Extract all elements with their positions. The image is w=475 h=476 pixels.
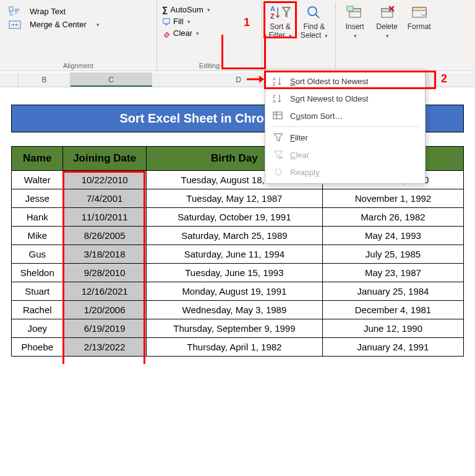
table-row: Phoebe2/13/2022Thursday, April 1, 1982Ja…	[12, 338, 464, 357]
format-icon	[410, 4, 429, 21]
custom-sort-item[interactable]: Custom Sort…	[265, 107, 425, 124]
fill-icon	[162, 17, 171, 26]
cell-birth[interactable]: Saturday, March 25, 1989	[146, 227, 322, 245]
delete-button[interactable]: Delete▾	[372, 2, 403, 71]
cell-name[interactable]: Mike	[12, 227, 63, 245]
find-label-2: Select	[301, 31, 321, 40]
reapply-label: Reapply	[290, 168, 320, 177]
sort-filter-dropdown: 2 AZ SSort Oldest to Newestort Oldest to…	[265, 69, 426, 184]
cell-joining[interactable]: 3/18/2018	[63, 245, 146, 264]
svg-text:Z: Z	[270, 12, 275, 20]
delete-label: Delete	[376, 22, 398, 31]
sort-filter-button[interactable]: A Z Sort &Filter ▾	[265, 2, 296, 71]
cell-joining[interactable]: 2/13/2022	[63, 338, 146, 357]
cell-name[interactable]: Sheldon	[12, 264, 63, 282]
insert-button[interactable]: Insert▾	[340, 2, 370, 71]
merge-icon	[9, 20, 21, 29]
cell-name[interactable]: Rachel	[12, 301, 63, 319]
svg-text:Z: Z	[273, 94, 276, 98]
sigma-icon: ∑	[162, 5, 168, 14]
cell-birth[interactable]: Saturday, June 11, 1994	[146, 245, 322, 264]
svg-rect-18	[273, 112, 282, 119]
chevron-down-icon: ▾	[96, 22, 100, 28]
cell-weekday[interactable]: June 12, 1990	[322, 319, 463, 338]
insert-label: Insert	[346, 22, 364, 31]
sort-newest-label: Sort Newest to Oldest	[290, 94, 368, 103]
autosum-button[interactable]: ∑ AutoSum ▾	[162, 5, 257, 14]
col-header-c[interactable]: C	[71, 72, 152, 87]
annotation-2: 2	[441, 72, 447, 85]
insert-icon	[346, 4, 364, 21]
reapply-item: Reapply	[265, 163, 425, 181]
find-select-button[interactable]: Find &Select ▾	[297, 2, 332, 71]
cell-joining[interactable]: 6/19/2019	[63, 319, 146, 338]
cell-name[interactable]: Jesse	[12, 189, 63, 208]
col-header-b[interactable]: B	[19, 72, 71, 87]
wrap-text-label: Wrap Text	[30, 7, 66, 16]
col-header-blank[interactable]	[0, 72, 19, 87]
cell-joining[interactable]: 8/26/2005	[63, 227, 146, 245]
clear-filter-label: Clear	[290, 150, 309, 160]
delete-icon	[378, 4, 396, 21]
cell-weekday[interactable]: May 24, 1993	[322, 227, 463, 245]
filter-item[interactable]: Filter	[265, 129, 425, 146]
clear-button[interactable]: Clear ▾	[162, 28, 257, 38]
cell-joining[interactable]: 7/4/2001	[63, 189, 146, 208]
format-button[interactable]: Format	[404, 2, 435, 71]
cell-name[interactable]: Gus	[12, 245, 63, 264]
cell-weekday[interactable]: March 26, 1982	[322, 208, 463, 227]
cell-birth[interactable]: Tuesday, June 15, 1993	[146, 264, 322, 282]
cell-weekday[interactable]: July 25, 1985	[322, 245, 463, 264]
cell-name[interactable]: Joey	[12, 319, 63, 338]
format-label: Format	[408, 22, 431, 31]
cell-name[interactable]: Walter	[12, 171, 63, 189]
cell-birth[interactable]: Tuesday, May 12, 1987	[146, 189, 322, 208]
find-icon	[305, 4, 323, 21]
chevron-down-icon: ▾	[207, 7, 210, 13]
find-label-1: Find &	[304, 22, 325, 31]
chevron-down-icon: ▾	[386, 33, 389, 39]
fill-button[interactable]: Fill ▾	[162, 17, 257, 26]
eraser-icon	[162, 29, 171, 38]
chevron-down-icon: ▾	[289, 33, 292, 39]
th-joining[interactable]: Joining Date	[63, 147, 146, 171]
cell-weekday[interactable]: January 25, 1984	[322, 282, 463, 301]
clear-filter-icon	[273, 150, 284, 160]
svg-point-6	[308, 7, 317, 15]
table-row: Joey6/19/2019Thursday, September 9, 1999…	[12, 319, 464, 338]
cell-weekday[interactable]: May 23, 1987	[322, 264, 463, 282]
cell-birth[interactable]: Monday, August 19, 1991	[146, 282, 322, 301]
svg-text:A: A	[273, 99, 276, 103]
table-row: Gus3/18/2018Saturday, June 11, 1994July …	[12, 245, 464, 264]
cell-joining[interactable]: 10/22/2010	[63, 171, 146, 189]
cell-birth[interactable]: Wednesday, May 3, 1989	[146, 301, 322, 319]
sort-oldest-newest-item[interactable]: AZ SSort Oldest to Newestort Oldest to N…	[265, 72, 425, 90]
svg-text:A: A	[273, 77, 276, 81]
cell-joining[interactable]: 12/16/2021	[63, 282, 146, 301]
svg-rect-13	[413, 7, 426, 11]
cell-name[interactable]: Phoebe	[12, 338, 63, 357]
wrap-text-button[interactable]: ab Wrap Text	[5, 6, 152, 16]
svg-rect-9	[347, 6, 353, 11]
cell-birth[interactable]: Saturday, October 19, 1991	[146, 208, 322, 227]
cell-weekday[interactable]: November 1, 1992	[322, 189, 463, 208]
cell-joining[interactable]: 9/28/2010	[63, 264, 146, 282]
cell-joining[interactable]: 1/20/2006	[63, 301, 146, 319]
cell-birth[interactable]: Thursday, April 1, 1982	[146, 338, 322, 357]
table-row: Mike8/26/2005Saturday, March 25, 1989May…	[12, 227, 464, 245]
reapply-icon	[273, 167, 284, 177]
cell-name[interactable]: Hank	[12, 208, 63, 227]
dropdown-separator	[270, 126, 420, 127]
cell-name[interactable]: Stuart	[12, 282, 63, 301]
table-row: Sheldon9/28/2010Tuesday, June 15, 1993Ma…	[12, 264, 464, 282]
th-name[interactable]: Name	[12, 147, 63, 171]
cell-birth[interactable]: Thursday, September 9, 1999	[146, 319, 322, 338]
sort-newest-oldest-item[interactable]: ZA Sort Newest to Oldest	[265, 90, 425, 107]
autosum-label: AutoSum	[170, 5, 203, 14]
sort-oldest-label: SSort Oldest to Newestort Oldest to Newe…	[290, 77, 368, 86]
cell-joining[interactable]: 11/10/2011	[63, 208, 146, 227]
cell-weekday[interactable]: January 24, 1991	[322, 338, 463, 357]
annotation-arrow	[246, 75, 267, 84]
cell-weekday[interactable]: December 4, 1981	[322, 301, 463, 319]
merge-center-button[interactable]: Merge & Center ▾	[5, 20, 152, 29]
